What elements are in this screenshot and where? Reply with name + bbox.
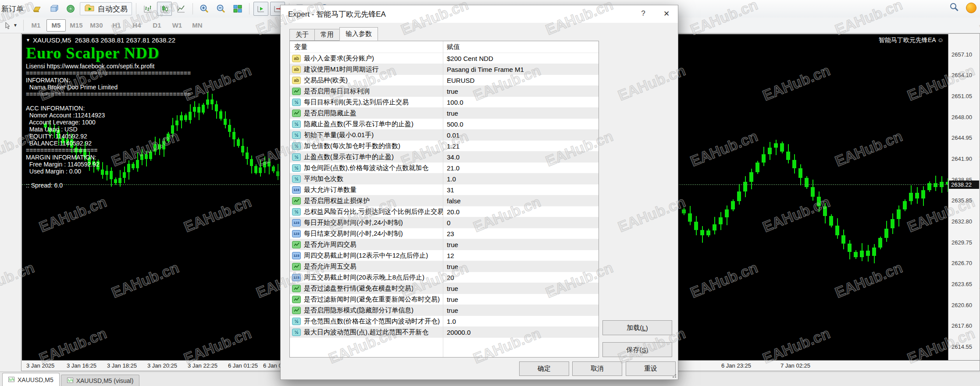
search-icon[interactable] [949, 2, 959, 14]
candlestick-chart-icon[interactable] [157, 2, 172, 16]
param-value[interactable]: true [443, 285, 458, 292]
param-value[interactable]: 23 [443, 230, 454, 237]
line-tools-caret[interactable]: ▼ [13, 23, 18, 28]
param-value[interactable]: $200 Cent NDD [443, 55, 493, 62]
param-value[interactable]: 0 [443, 219, 450, 227]
param-row[interactable]: 是否启用隐形模式(隐藏部分订单信息)true [290, 305, 599, 316]
param-value[interactable]: true [443, 296, 458, 303]
param-row[interactable]: ½每日目标利润(美元),达到后停止交易100.0 [290, 97, 599, 108]
param-value[interactable]: true [443, 263, 458, 270]
timeframe-button-w1[interactable]: W1 [167, 19, 187, 32]
param-row[interactable]: ½总权益风险百分比,亏损达到这个比例后停止交易20.0 [290, 206, 599, 217]
param-row[interactable]: ½平均加仓次数1.0 [290, 174, 599, 184]
dialog-titlebar[interactable]: Expert - 智能马丁欧元先锋EA [281, 5, 678, 23]
timeframe-button-mn[interactable]: MN [188, 19, 207, 32]
param-value[interactable]: 0.01 [443, 131, 460, 139]
ok-button[interactable]: 确定 [519, 361, 569, 376]
param-value[interactable]: true [443, 88, 458, 95]
param-value[interactable]: 100.0 [443, 99, 463, 106]
param-row[interactable]: ½隐藏止盈点数(不显示在订单中的止盈)500.0 [290, 119, 599, 130]
timeframe-button-m15[interactable]: M15 [67, 19, 86, 32]
tab-常用[interactable]: 常用 [314, 29, 340, 41]
param-row[interactable]: ab最小入金要求(美分账户)$200 Cent NDD [290, 53, 599, 64]
param-value[interactable]: 1.0 [443, 175, 456, 183]
resize-grip[interactable] [671, 372, 676, 378]
reset-button[interactable]: 重设 [626, 361, 676, 376]
param-value[interactable]: 1.21 [443, 142, 460, 150]
param-value[interactable]: 21.0 [443, 164, 460, 172]
chart-dropdown-caret[interactable]: ▼ [26, 38, 30, 42]
param-value[interactable]: 20.0 [443, 208, 460, 216]
param-name: 是否启用每日目标利润 [304, 87, 370, 96]
param-row[interactable]: ½止盈点数(显示在订单中的止盈)34.0 [290, 152, 599, 163]
notification-icon[interactable] [966, 3, 976, 13]
param-row[interactable]: ab交易品种(欧美)EURUSD [290, 75, 599, 86]
tab-关于[interactable]: 关于 [289, 29, 315, 41]
param-row[interactable]: 123周五交易截止时间(20表示晚上8点后停止)20 [290, 272, 599, 283]
timeframe-button-m30[interactable]: M30 [87, 19, 106, 32]
market-cube-icon[interactable] [46, 2, 61, 16]
param-row[interactable]: ½初始下单量(最小0.01手)0.01 [290, 130, 599, 141]
cancel-button[interactable]: 取消 [572, 361, 622, 376]
param-value[interactable]: 1.0 [443, 318, 456, 325]
candle-body [706, 230, 710, 235]
line-chart-icon[interactable] [174, 2, 189, 16]
param-row[interactable]: 是否允许周五交易true [290, 261, 599, 272]
timeframe-button-m1[interactable]: M1 [26, 19, 46, 32]
timeframe-button-d1[interactable]: D1 [147, 19, 167, 32]
chart-tab[interactable]: XAUUSD,M5 (visual) [61, 375, 140, 386]
param-row[interactable]: 是否启用隐藏止盈true [290, 108, 599, 119]
price-axis[interactable]: 2657.102654.102651.052648.002644.952641.… [948, 34, 980, 360]
dialog-title: Expert - 智能马丁欧元先锋EA [288, 9, 386, 19]
line-tools-dropdown[interactable]: ▼ [0, 21, 21, 29]
zoom-out-icon[interactable] [214, 2, 228, 16]
param-value[interactable]: false [443, 197, 461, 205]
timeframe-button-m5[interactable]: M5 [46, 19, 66, 32]
help-button[interactable]: ? [636, 9, 651, 18]
param-value[interactable]: 500.0 [443, 120, 463, 128]
close-icon[interactable]: ✕ [659, 9, 674, 18]
load-button[interactable]: 加载(L) [602, 320, 672, 335]
param-value[interactable]: 31 [443, 186, 454, 194]
param-row[interactable]: 是否过滤新闻时间(避免在重要新闻公布时交易)true [290, 294, 599, 305]
param-row[interactable]: 是否启用每日目标利润true [290, 86, 599, 97]
param-row[interactable]: ½加仓倍数(每次加仓时手数的倍数)1.21 [290, 141, 599, 152]
auto-scroll-icon[interactable] [253, 2, 268, 16]
chart-tab[interactable]: XAUUSD,M5 [2, 373, 60, 386]
param-value[interactable]: true [443, 241, 458, 248]
param-value[interactable]: 20 [443, 274, 454, 281]
param-row[interactable]: 123最大允许订单数量31 [290, 184, 599, 195]
timeframe-button-h1[interactable]: H1 [107, 19, 126, 32]
tab-输入参数[interactable]: 输入参数 [339, 27, 378, 41]
param-value[interactable]: true [443, 110, 458, 117]
autotrading-button[interactable]: 自动交易 [80, 2, 132, 15]
param-name: 是否启用隐形模式(隐藏部分订单信息) [304, 306, 413, 315]
param-value[interactable]: 20000.0 [443, 329, 470, 336]
save-button[interactable]: 保存(S) [602, 342, 672, 357]
zoom-in-icon[interactable] [197, 2, 212, 16]
candle-body [878, 238, 882, 248]
new-order-button[interactable]: 新订单 [0, 2, 28, 15]
param-row[interactable]: ab建议使用M1时间周期运行Pasang di Time Frame M1 [290, 64, 599, 75]
gold-ingot-icon[interactable] [30, 2, 45, 16]
param-value[interactable]: EURUSD [443, 77, 474, 84]
tile-windows-icon[interactable] [230, 2, 245, 16]
param-row[interactable]: 是否启用权益止损保护false [290, 195, 599, 206]
param-row[interactable]: 123周四交易截止时间(12表示中午12点后停止)12 [290, 250, 599, 261]
param-row[interactable]: 是否允许周四交易true [290, 239, 599, 250]
param-row[interactable]: 123每日结束交易时间(小时,24小时制)23 [290, 228, 599, 239]
param-value[interactable]: 34.0 [443, 153, 460, 161]
param-row[interactable]: ½加仓间距(点数),价格每波动这个点数就加仓21.0 [290, 163, 599, 174]
param-value[interactable]: 12 [443, 252, 454, 259]
param-row[interactable]: 是否过滤盘整行情(避免在横盘时交易)true [290, 283, 599, 294]
param-value[interactable]: true [443, 307, 458, 314]
param-row[interactable]: ½开仓范围点数(价格在这个范围内波动时才开仓)1.0 [290, 316, 599, 327]
param-row[interactable]: ½最大日内波动范围(点),超过此范围不开新仓20000.0 [290, 327, 599, 338]
price-axis-label: 2617.60 [951, 322, 972, 329]
param-value[interactable]: Pasang di Time Frame M1 [443, 66, 524, 73]
signals-radar-icon[interactable] [63, 2, 78, 16]
timeframe-button-h4[interactable]: H4 [127, 19, 146, 32]
bar-chart-icon[interactable] [140, 2, 155, 16]
param-row[interactable]: 123每日开始交易时间(小时,24小时制)0 [290, 217, 599, 228]
param-name: 是否过滤新闻时间(避免在重要新闻公布时交易) [304, 295, 440, 304]
